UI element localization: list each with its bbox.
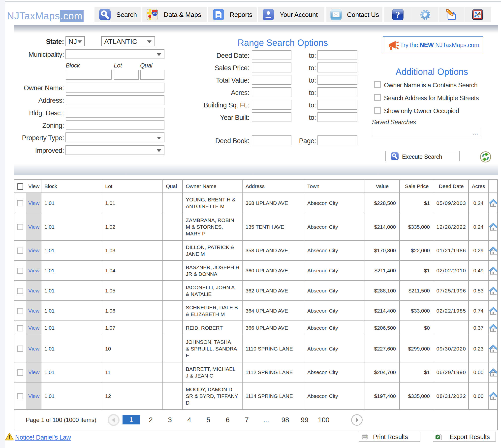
svg-text:280: 280 — [153, 11, 157, 14]
